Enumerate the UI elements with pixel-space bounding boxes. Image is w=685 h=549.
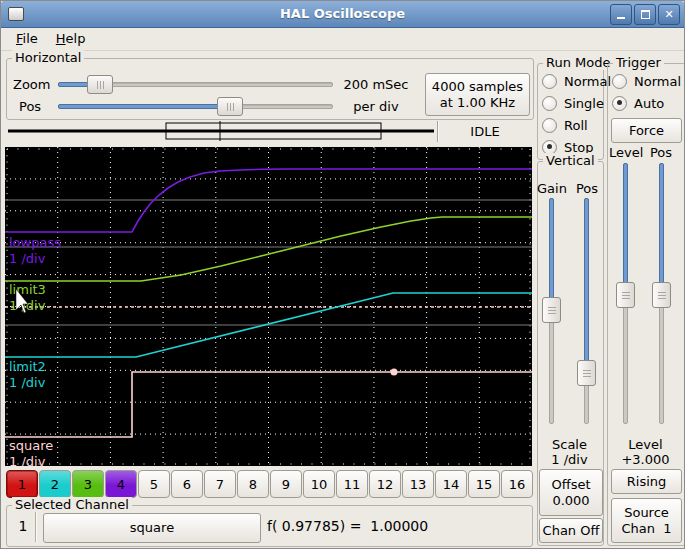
trace-label-square: square bbox=[9, 438, 53, 453]
force-button[interactable]: Force bbox=[611, 118, 682, 143]
slider-grip-icon bbox=[583, 370, 591, 377]
trigger-level-title: Level bbox=[611, 437, 680, 452]
radio-label: Normal bbox=[564, 74, 611, 89]
radio-label: Roll bbox=[564, 118, 588, 133]
force-button-label: Force bbox=[629, 123, 664, 139]
channel-button-11[interactable]: 11 bbox=[336, 470, 368, 498]
trace-scale-square: 1 /div bbox=[9, 454, 46, 466]
channel-button-3[interactable]: 3 bbox=[72, 470, 104, 498]
horizontal-pos-slider-handle[interactable] bbox=[217, 97, 243, 116]
slider-fill bbox=[659, 163, 664, 296]
trigger-source-button[interactable]: Source Chan 1 bbox=[611, 498, 682, 543]
trigger-pos-slider[interactable] bbox=[651, 163, 671, 424]
samples-count: 4000 samples bbox=[432, 79, 523, 95]
channel-button-4[interactable]: 4 bbox=[105, 470, 137, 498]
trigger-pos-slider-handle[interactable] bbox=[652, 282, 671, 308]
scope-display[interactable]: lowpass1 /divlimit31 /divlimit21 /divsqu… bbox=[5, 147, 532, 466]
trigger-position-marker bbox=[391, 369, 398, 376]
slider-grip-icon bbox=[658, 292, 666, 299]
vertical-pos-slider[interactable] bbox=[576, 198, 596, 424]
menu-bar: FileHelp bbox=[1, 27, 684, 51]
trigger-source-title: Source bbox=[624, 505, 669, 521]
maximize-button[interactable] bbox=[634, 4, 656, 25]
radio-label: Single bbox=[564, 96, 604, 111]
run-mode-option-normal[interactable]: Normal bbox=[542, 70, 611, 92]
selected-channel-frame-label: Selected Channel bbox=[12, 497, 132, 512]
run-mode-option-single[interactable]: Single bbox=[542, 92, 611, 114]
horizontal-pos-slider[interactable] bbox=[58, 96, 333, 116]
menu-help[interactable]: Help bbox=[47, 29, 95, 48]
trace-label-lowpass: lowpass bbox=[9, 235, 61, 250]
vertical-gain-slider-handle[interactable] bbox=[542, 297, 561, 323]
chan-off-button[interactable]: Chan Off bbox=[539, 518, 603, 543]
close-button[interactable]: ✕ bbox=[658, 4, 680, 25]
channel-button-12[interactable]: 12 bbox=[369, 470, 401, 498]
channel-button-16[interactable]: 16 bbox=[501, 470, 533, 498]
selected-channel-name: square bbox=[130, 520, 174, 536]
minimize-icon bbox=[617, 17, 625, 19]
trigger-option-auto[interactable]: Auto bbox=[612, 92, 681, 114]
time-per-div-units: per div bbox=[337, 99, 415, 114]
trigger-level-slider-handle[interactable] bbox=[616, 282, 635, 308]
selected-channel-number: 1 bbox=[13, 518, 33, 534]
window-controls: ✕ bbox=[610, 4, 680, 25]
samples-button[interactable]: 4000 samples at 1.00 KHz bbox=[425, 73, 530, 116]
radio-unselected-icon bbox=[542, 96, 557, 111]
minimize-button[interactable] bbox=[610, 4, 632, 25]
channel-button-15[interactable]: 15 bbox=[468, 470, 500, 498]
radio-selected-icon bbox=[612, 96, 627, 111]
slider-fill bbox=[58, 104, 231, 109]
channel-button-10[interactable]: 10 bbox=[303, 470, 335, 498]
vertical-gain-slider[interactable] bbox=[541, 198, 561, 424]
channel-button-14[interactable]: 14 bbox=[435, 470, 467, 498]
radio-unselected-icon bbox=[612, 74, 627, 89]
slider-grip-icon bbox=[227, 103, 234, 111]
channel-button-2[interactable]: 2 bbox=[39, 470, 71, 498]
trace-scale-limit3: 1 /div bbox=[9, 298, 46, 313]
channel-button-13[interactable]: 13 bbox=[402, 470, 434, 498]
channel-button-6[interactable]: 6 bbox=[171, 470, 203, 498]
channel-button-5[interactable]: 5 bbox=[138, 470, 170, 498]
trace-label-limit3: limit3 bbox=[9, 282, 46, 297]
selected-channel-name-button[interactable]: square bbox=[43, 513, 261, 543]
samples-rate: at 1.00 KHz bbox=[440, 95, 515, 111]
trigger-level-value: +3.000 bbox=[611, 452, 680, 467]
trigger-options: NormalAuto bbox=[612, 70, 681, 114]
selected-channel-separator bbox=[35, 512, 37, 542]
time-per-div-value: 200 mSec bbox=[337, 77, 415, 92]
scope-canvas: lowpass1 /divlimit31 /divlimit21 /divsqu… bbox=[5, 147, 532, 466]
cursor-readout: f( 0.97785) = 1.00000 bbox=[267, 518, 428, 534]
acquisition-status: IDLE bbox=[438, 124, 532, 139]
run-mode-option-roll[interactable]: Roll bbox=[542, 114, 611, 136]
trigger-option-normal[interactable]: Normal bbox=[612, 70, 681, 92]
trigger-source-value: Chan 1 bbox=[621, 521, 671, 537]
radio-label: Normal bbox=[634, 74, 681, 89]
vertical-frame-label: Vertical bbox=[543, 153, 598, 168]
channel-button-8[interactable]: 8 bbox=[237, 470, 269, 498]
channel-button-9[interactable]: 9 bbox=[270, 470, 302, 498]
title-bar[interactable]: HAL Oscilloscope ✕ bbox=[1, 1, 684, 28]
vertical-pos-slider-handle[interactable] bbox=[577, 360, 596, 386]
radio-unselected-icon bbox=[542, 118, 557, 133]
menu-file[interactable]: File bbox=[7, 29, 47, 48]
close-icon: ✕ bbox=[664, 9, 673, 20]
horizontal-frame-label: Horizontal bbox=[12, 50, 84, 65]
gain-slider-label: Gain bbox=[535, 181, 569, 196]
channel-button-7[interactable]: 7 bbox=[204, 470, 236, 498]
trigger-frame-label: Trigger bbox=[613, 55, 664, 70]
trigger-pos-slider-label: Pos bbox=[647, 145, 675, 160]
trigger-level-slider[interactable] bbox=[615, 163, 635, 424]
radio-label: Auto bbox=[634, 96, 664, 111]
scale-value: 1 /div bbox=[537, 452, 602, 467]
horizontal-pos-slider-label: Pos bbox=[19, 99, 41, 114]
vertical-pos-slider-label: Pos bbox=[573, 181, 601, 196]
trigger-level-slider-label: Level bbox=[609, 145, 643, 160]
slider-fill bbox=[549, 198, 554, 311]
window-title: HAL Oscilloscope bbox=[1, 6, 684, 21]
horizontal-zoom-slider-handle[interactable] bbox=[87, 75, 113, 94]
maximize-icon bbox=[641, 10, 650, 19]
slider-fill bbox=[623, 163, 628, 296]
channel-button-1[interactable]: 1 bbox=[6, 470, 38, 498]
horizontal-zoom-slider[interactable] bbox=[58, 74, 333, 94]
app-window: HAL Oscilloscope ✕ FileHelp Horizontal Z… bbox=[0, 0, 685, 549]
